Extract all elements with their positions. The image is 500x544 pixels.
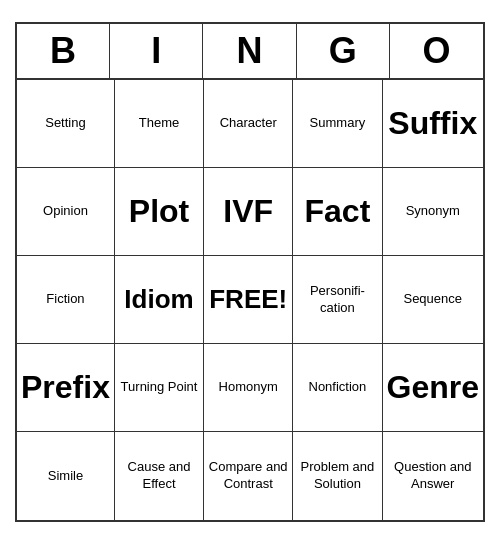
header-letter: G: [297, 24, 390, 78]
bingo-cell: Personifi-cation: [293, 256, 382, 344]
bingo-cell: Plot: [115, 168, 204, 256]
bingo-grid: SettingThemeCharacterSummarySuffixOpinio…: [17, 80, 483, 520]
header-letter: O: [390, 24, 483, 78]
bingo-cell: Fiction: [17, 256, 115, 344]
bingo-cell: Simile: [17, 432, 115, 520]
bingo-cell: Setting: [17, 80, 115, 168]
bingo-cell: Homonym: [204, 344, 293, 432]
bingo-cell: Cause and Effect: [115, 432, 204, 520]
bingo-cell: Character: [204, 80, 293, 168]
bingo-cell: Question and Answer: [383, 432, 483, 520]
bingo-cell: Suffix: [383, 80, 483, 168]
header-letter: B: [17, 24, 110, 78]
bingo-cell: Prefix: [17, 344, 115, 432]
bingo-cell: Problem and Solution: [293, 432, 382, 520]
bingo-cell: Theme: [115, 80, 204, 168]
bingo-cell: Idiom: [115, 256, 204, 344]
header-letter: N: [203, 24, 296, 78]
bingo-cell: Summary: [293, 80, 382, 168]
bingo-cell: Synonym: [383, 168, 483, 256]
bingo-header: BINGO: [17, 24, 483, 80]
bingo-cell: Compare and Contrast: [204, 432, 293, 520]
bingo-card: BINGO SettingThemeCharacterSummarySuffix…: [15, 22, 485, 522]
bingo-cell: Genre: [383, 344, 483, 432]
bingo-cell: Sequence: [383, 256, 483, 344]
bingo-cell: IVF: [204, 168, 293, 256]
header-letter: I: [110, 24, 203, 78]
bingo-cell: FREE!: [204, 256, 293, 344]
bingo-cell: Opinion: [17, 168, 115, 256]
bingo-cell: Nonfiction: [293, 344, 382, 432]
bingo-cell: Fact: [293, 168, 382, 256]
bingo-cell: Turning Point: [115, 344, 204, 432]
